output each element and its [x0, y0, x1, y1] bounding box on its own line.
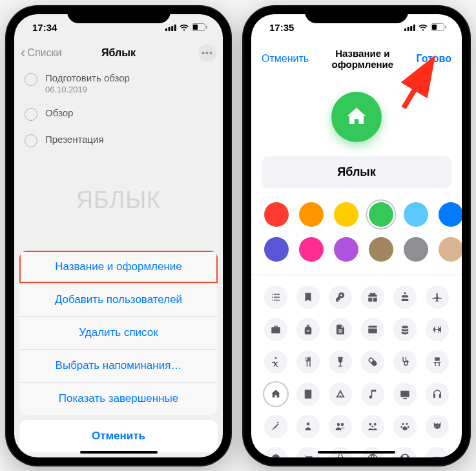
color-swatch[interactable] [439, 237, 462, 262]
page-title: Яблык [101, 47, 136, 59]
status-time: 17:34 [32, 22, 57, 33]
reminder-content: Подготовить обзор 06.10.2019 [45, 72, 130, 94]
signal-icon [404, 24, 415, 31]
house-icon[interactable] [264, 382, 287, 406]
action-sheet: Название и оформление Добавить пользоват… [19, 251, 218, 452]
svg-rect-6 [206, 26, 207, 29]
fork-icon[interactable] [296, 350, 320, 373]
list-name-field[interactable]: Яблык [262, 156, 451, 188]
phone-left: 17:34 ‹ Списки Яблык ••• Подготовить [6, 6, 231, 465]
svg-rect-2 [171, 26, 173, 31]
reminder-date: 06.10.2019 [45, 85, 130, 94]
stethoscope-icon[interactable] [393, 350, 417, 373]
color-picker [251, 202, 462, 275]
screen-left: 17:34 ‹ Списки Яблык ••• Подготовить [14, 14, 223, 457]
color-swatch[interactable] [369, 237, 393, 262]
svg-rect-9 [410, 26, 412, 31]
people-icon[interactable] [329, 415, 352, 438]
key-icon[interactable] [329, 286, 352, 309]
reminder-item[interactable]: Обзор [25, 101, 212, 127]
tent-icon[interactable] [329, 382, 352, 406]
svg-rect-8 [408, 27, 409, 31]
modal-nav: Отменить Название и оформление Готово [251, 40, 462, 78]
nav-bar: ‹ Списки Яблык ••• [14, 40, 223, 66]
svg-rect-3 [174, 25, 176, 31]
plane-icon[interactable] [426, 286, 449, 309]
color-swatch[interactable] [334, 237, 358, 262]
sheet-cancel[interactable]: Отменить [19, 420, 218, 452]
sheet-delete-list[interactable]: Удалить список [19, 317, 218, 350]
music-icon[interactable] [361, 382, 384, 406]
sheet-show-completed[interactable]: Показать завершенные [19, 382, 218, 415]
svg-rect-1 [169, 27, 171, 31]
gamepad-icon[interactable] [426, 447, 449, 457]
svg-rect-10 [413, 25, 415, 31]
home-indicator[interactable] [318, 451, 395, 454]
headphones-icon[interactable] [426, 382, 449, 406]
color-swatch[interactable] [299, 237, 324, 262]
reminder-item[interactable]: Презентация [25, 127, 212, 154]
paw-icon[interactable] [393, 415, 417, 438]
reminder-radio[interactable] [25, 73, 37, 86]
screen-right: 17:35 Отменить Название и оформление Гот… [251, 14, 462, 457]
color-swatch[interactable] [404, 202, 428, 227]
action-sheet-group: Название и оформление Добавить пользоват… [19, 251, 218, 415]
reminder-radio[interactable] [25, 108, 37, 121]
color-swatch[interactable] [334, 202, 358, 227]
more-button[interactable]: ••• [198, 44, 216, 62]
home-indicator[interactable] [80, 451, 158, 454]
color-swatch[interactable] [264, 237, 289, 262]
sheet-select-reminders[interactable]: Выбрать напоминания… [19, 350, 218, 382]
battery-icon [192, 23, 207, 31]
color-swatch[interactable] [299, 202, 324, 227]
color-swatch[interactable] [404, 237, 428, 262]
notch [67, 6, 171, 23]
backpack-icon[interactable] [296, 318, 320, 341]
modal-done-button[interactable]: Готово [417, 53, 451, 65]
cat-icon[interactable] [426, 415, 449, 438]
svg-rect-12 [432, 25, 437, 30]
person-icon[interactable] [296, 415, 320, 438]
card-icon[interactable] [361, 318, 384, 341]
chair-icon[interactable] [426, 350, 449, 373]
family-icon[interactable] [361, 415, 384, 438]
reminder-text: Презентация [45, 134, 104, 145]
building-icon[interactable] [296, 382, 320, 406]
briefcase-icon[interactable] [264, 318, 287, 341]
notch [305, 6, 408, 23]
bookmark-icon[interactable] [296, 286, 320, 309]
modal-title: Название и оформление [309, 48, 416, 70]
color-swatch[interactable] [439, 202, 462, 227]
phone-right: 17:35 Отменить Название и оформление Гот… [243, 6, 470, 465]
sheet-name-appearance[interactable]: Название и оформление [19, 251, 218, 284]
list-icon[interactable] [264, 286, 287, 309]
modal-cancel-button[interactable]: Отменить [262, 53, 309, 65]
baseball-icon[interactable] [393, 447, 417, 457]
coins-icon[interactable] [393, 318, 417, 341]
cart-icon[interactable] [296, 447, 320, 457]
back-button[interactable]: ‹ Списки [21, 46, 61, 60]
carrot-icon[interactable] [264, 415, 287, 438]
watermark: ЯБЛЫК [76, 187, 161, 214]
cake-icon[interactable] [393, 286, 417, 309]
reminder-radio[interactable] [25, 134, 37, 147]
gift-icon[interactable] [361, 286, 384, 309]
dumbbell-icon[interactable] [426, 318, 449, 341]
run-icon[interactable] [264, 350, 287, 373]
battery-icon [431, 23, 446, 31]
wine-icon[interactable] [329, 350, 352, 373]
svg-rect-5 [193, 25, 198, 30]
color-swatch[interactable] [264, 202, 289, 227]
reminder-content: Обзор [45, 107, 73, 118]
reminder-text: Обзор [45, 107, 73, 118]
svg-rect-0 [165, 28, 167, 31]
color-swatch[interactable] [369, 202, 393, 227]
pills-icon[interactable] [361, 350, 384, 373]
more-icon: ••• [202, 48, 213, 58]
reminder-item[interactable]: Подготовить обзор 06.10.2019 [25, 66, 212, 101]
status-time: 17:35 [269, 22, 294, 33]
sheet-add-people[interactable]: Добавить пользователей [19, 284, 218, 317]
doc-icon[interactable] [329, 318, 352, 341]
tv-icon[interactable] [393, 382, 417, 406]
leaf-icon[interactable] [264, 447, 287, 457]
